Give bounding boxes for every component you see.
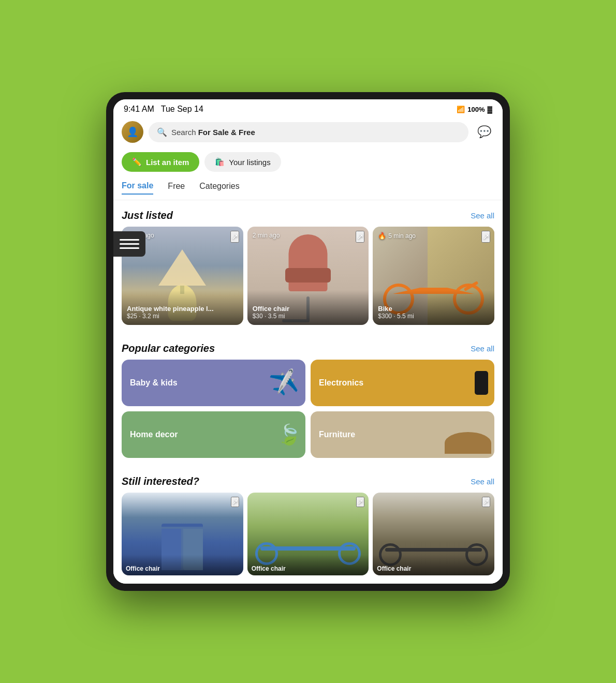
cat-deco-baby: ✈️ bbox=[239, 360, 301, 406]
black-bike-frame bbox=[385, 548, 482, 552]
listing-overlay-lamp: Antique white pineapple l... $25 · 3.2 m… bbox=[122, 290, 243, 325]
search-bar[interactable]: 🔍 Search For Sale & Free bbox=[149, 122, 468, 142]
still-label-jeans: Office chair bbox=[122, 555, 243, 575]
wifi-icon: 📶 bbox=[457, 106, 465, 113]
nav-tabs: For sale Free Categories bbox=[113, 178, 503, 200]
sidebar-line-3 bbox=[120, 247, 139, 249]
still-card-black-bike[interactable]: ↗ Office chair bbox=[373, 493, 494, 575]
listing-price-lamp: $25 · 3.2 mi bbox=[127, 313, 238, 320]
still-interested-see-all[interactable]: See all bbox=[471, 477, 494, 486]
still-interested-header: Still interested? See all bbox=[113, 466, 503, 493]
search-icon: 🔍 bbox=[157, 127, 167, 137]
category-home-decor-label: Home decor bbox=[130, 430, 178, 439]
avatar-image: 👤 bbox=[122, 121, 143, 143]
sidebar-line-2 bbox=[120, 243, 139, 245]
listing-card-chair[interactable]: 2 min ago ↗ Office chair $30 · 3.5 mi bbox=[247, 227, 369, 325]
popular-categories-see-all[interactable]: See all bbox=[471, 344, 494, 353]
tab-free[interactable]: Free bbox=[168, 181, 185, 195]
listing-overlay-chair: Office chair $30 · 3.5 mi bbox=[247, 290, 369, 325]
content-area: Just listed See all 2 min ago ↗ bbox=[113, 200, 503, 584]
your-listings-label: Your listings bbox=[229, 158, 270, 167]
still-card-jeans[interactable]: ↗ Office chair bbox=[122, 493, 243, 575]
blue-bike-frame bbox=[260, 546, 356, 551]
list-item-button[interactable]: ✏️ List an item bbox=[122, 152, 199, 172]
table-icon bbox=[445, 432, 491, 454]
category-electronics[interactable]: Electronics bbox=[311, 360, 494, 406]
list-item-label: List an item bbox=[146, 158, 189, 167]
listings-grid: 2 min ago ↗ Antique white pineapple l...… bbox=[113, 227, 503, 333]
category-baby-kids-label: Baby & kids bbox=[130, 378, 178, 388]
category-baby-kids[interactable]: Baby & kids ✈️ bbox=[122, 360, 305, 406]
category-home-decor[interactable]: Home decor 🍃 bbox=[122, 411, 305, 458]
leaf-icon: 🍃 bbox=[277, 423, 301, 446]
listing-time-bike: 🔥 5 min ago bbox=[378, 232, 416, 240]
sidebar-peek bbox=[113, 231, 145, 257]
header: 👤 🔍 Search For Sale & Free 💬 bbox=[113, 117, 503, 148]
status-bar: 9:41 AM Tue Sep 14 📶 100% ▓ bbox=[113, 99, 503, 117]
cat-deco-home: 🍃 bbox=[277, 411, 301, 458]
search-text: Search For Sale & Free bbox=[171, 128, 255, 137]
message-button[interactable]: 💬 bbox=[474, 122, 494, 142]
still-share-black-bike[interactable]: ↗ bbox=[482, 497, 490, 507]
avatar[interactable]: 👤 bbox=[122, 121, 143, 143]
cat-deco-electronics bbox=[475, 371, 488, 395]
edit-icon: ✏️ bbox=[132, 157, 142, 167]
toy-plane-icon: ✈️ bbox=[268, 367, 300, 399]
device-frame: 9:41 AM Tue Sep 14 📶 100% ▓ 👤 🔍 Search F… bbox=[106, 92, 510, 591]
status-right: 📶 100% ▓ bbox=[457, 106, 492, 113]
listing-name-lamp: Antique white pineapple l... bbox=[127, 305, 238, 313]
still-grid: ↗ Office chair ↗ Office chair bbox=[113, 493, 503, 584]
listings-icon: 🛍️ bbox=[215, 157, 225, 167]
device-screen: 9:41 AM Tue Sep 14 📶 100% ▓ 👤 🔍 Search F… bbox=[113, 99, 503, 584]
bike-time-text: 5 min ago bbox=[388, 232, 416, 240]
tab-for-sale[interactable]: For sale bbox=[122, 181, 153, 195]
popular-categories-title: Popular categories bbox=[122, 343, 215, 354]
action-buttons: ✏️ List an item 🛍️ Your listings bbox=[113, 148, 503, 178]
your-listings-button[interactable]: 🛍️ Your listings bbox=[204, 152, 281, 172]
listing-name-bike: Bike bbox=[378, 305, 489, 313]
sidebar-line-1 bbox=[120, 239, 139, 241]
category-furniture[interactable]: Furniture bbox=[311, 411, 494, 458]
listing-price-chair: $30 · 3.5 mi bbox=[253, 313, 364, 320]
still-label-black-bike: Office chair bbox=[373, 555, 494, 575]
cat-deco-furniture bbox=[445, 432, 491, 454]
still-share-jeans[interactable]: ↗ bbox=[231, 497, 239, 507]
tab-categories[interactable]: Categories bbox=[199, 181, 239, 195]
still-interested-title: Still interested? bbox=[122, 476, 199, 487]
popular-categories-header: Popular categories See all bbox=[113, 333, 503, 360]
flame-icon: 🔥 bbox=[378, 232, 386, 240]
just-listed-see-all[interactable]: See all bbox=[471, 211, 494, 220]
listing-share-chair[interactable]: ↗ bbox=[356, 231, 364, 243]
just-listed-header: Just listed See all bbox=[113, 200, 503, 227]
phone-icon bbox=[475, 371, 488, 395]
chair-time-text: 2 min ago bbox=[253, 232, 280, 239]
status-time: 9:41 AM bbox=[124, 105, 154, 113]
battery-icon: ▓ bbox=[488, 106, 492, 113]
categories-grid: Baby & kids ✈️ Electronics Home decor 🍃 bbox=[113, 360, 503, 466]
listing-overlay-bike: Bike $300 · 5.5 mi bbox=[373, 290, 494, 325]
listing-card-bike[interactable]: 🔥 5 min ago ↗ Bike $300 · 5.5 mi bbox=[373, 227, 494, 325]
listing-name-chair: Office chair bbox=[253, 305, 364, 313]
listing-share-lamp[interactable]: ↗ bbox=[230, 231, 239, 243]
still-card-blue-bike[interactable]: ↗ Office chair bbox=[247, 493, 369, 575]
still-label-blue-bike: Office chair bbox=[247, 555, 369, 575]
battery-label: 100% bbox=[467, 106, 485, 113]
status-time-group: 9:41 AM Tue Sep 14 bbox=[124, 105, 203, 114]
still-share-blue-bike[interactable]: ↗ bbox=[356, 497, 364, 507]
status-date: Tue Sep 14 bbox=[161, 105, 203, 113]
listing-time-chair: 2 min ago bbox=[253, 232, 280, 239]
listing-price-bike: $300 · 5.5 mi bbox=[378, 313, 489, 320]
just-listed-title: Just listed bbox=[122, 210, 173, 221]
listing-share-bike[interactable]: ↗ bbox=[481, 231, 490, 243]
category-electronics-label: Electronics bbox=[319, 378, 363, 388]
category-furniture-label: Furniture bbox=[319, 430, 355, 439]
